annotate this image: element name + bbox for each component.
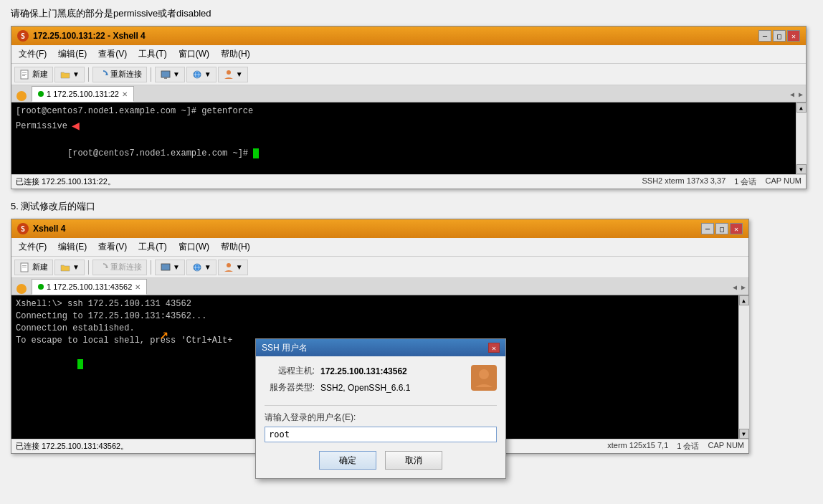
user-button[interactable]: ▼ [218, 67, 248, 82]
svg-point-20 [227, 263, 231, 267]
tab-1[interactable]: 1 172.25.100.131:22 ✕ [32, 86, 134, 102]
window2: S Xshell 4 ─ □ ✕ 文件(F) 编辑(E) 查看(V) 工具(T)… [11, 219, 749, 454]
folder-arrow: ▼ [72, 70, 80, 78]
w2-reconnect-button[interactable]: 重新连接 [92, 260, 147, 275]
reconnect-button[interactable]: 重新连接 [92, 67, 147, 82]
status-caps: CAP NUM [765, 176, 801, 187]
w2-status-caps: CAP NUM [708, 441, 744, 452]
username-input[interactable] [265, 427, 497, 442]
window1-menubar: 文件(F) 编辑(E) 查看(V) 工具(T) 窗口(W) 帮助(H) [11, 45, 806, 64]
w2-content-area: Xshell:\> ssh 172.25.100.131 43562 ↗ Con… [11, 295, 748, 439]
window1-statusbar: 已连接 172.25.100.131:22。 SSH2 xterm 137x3 … [11, 174, 806, 189]
w2-terminal-line-3: Connecting to 172.25.100.131:43562... [16, 310, 734, 323]
w2-terminal-line-4: Connection established. [16, 323, 734, 335]
terminal-line-2: Permissive ◀ [16, 118, 791, 135]
w2-terminal-scrollbar[interactable]: ▲ ▼ [738, 295, 748, 439]
window2-menubar: 文件(F) 编辑(E) 查看(V) 工具(T) 窗口(W) 帮助(H) [11, 238, 748, 257]
dialog-separator [265, 405, 497, 406]
terminal-scrollbar[interactable]: ▲ ▼ [796, 103, 806, 174]
red-arrow-icon: ◀ [72, 118, 80, 135]
window2-tabbar: 1 172.25.100.131:43562 ✕ ◀ ▶ [11, 278, 748, 295]
dialog-close-btn[interactable]: ✕ [488, 343, 500, 353]
svg-rect-5 [161, 71, 170, 77]
close-icon: ✕ [791, 32, 796, 40]
globe-button[interactable]: ▼ [186, 67, 217, 82]
w2-tab-close-btn[interactable]: ✕ [135, 283, 141, 291]
w2-xshell-icon: S [17, 223, 29, 234]
svg-rect-13 [22, 265, 27, 266]
menu-window[interactable]: 窗口(W) [174, 47, 214, 62]
restore-button[interactable]: □ [773, 30, 786, 42]
w2-menu-help[interactable]: 帮助(H) [217, 239, 254, 255]
window1-titlebar: S 172.25.100.131:22 - Xshell 4 ─ □ ✕ [11, 27, 806, 45]
w2-screen-icon [160, 262, 171, 272]
ok-button[interactable]: 确定 [319, 451, 376, 470]
terminal[interactable]: [root@centos7.node1.example.com ~]# gete… [11, 103, 796, 174]
server-type-value: SSH2, OpenSSH_6.6.1 [320, 383, 410, 393]
w2-terminal-cursor [77, 359, 83, 369]
window2-titlebar: S Xshell 4 ─ □ ✕ [11, 219, 748, 238]
screen-button[interactable]: ▼ [155, 67, 185, 82]
svg-rect-14 [22, 267, 27, 267]
w2-tab-dot [38, 284, 44, 290]
w2-menu-edit[interactable]: 编辑(E) [54, 239, 91, 255]
dialog-remote-host-row: 远程主机: 172.25.100.131:43562 [265, 365, 471, 377]
w2-globe-arrow: ▼ [204, 263, 211, 271]
w2-folder-icon [60, 262, 71, 272]
w2-sep2 [151, 260, 151, 275]
tab-label: 1 172.25.100.131:22 [47, 90, 119, 98]
w2-menu-window[interactable]: 窗口(W) [174, 239, 214, 255]
toolbar-sep2 [151, 67, 151, 82]
w2-menu-tools[interactable]: 工具(T) [134, 239, 171, 255]
close-button[interactable]: ✕ [787, 30, 800, 42]
scroll-down-btn[interactable]: ▼ [796, 164, 807, 174]
w2-reconnect-label: 重新连接 [110, 262, 142, 272]
menu-file[interactable]: 文件(F) [14, 47, 51, 62]
terminal-prompt-3: [root@centos7.node1.example.com ~]# [67, 148, 253, 158]
svg-point-22 [479, 369, 489, 379]
w2-new-button[interactable]: 新建 [14, 260, 53, 275]
dialog-content: 远程主机: 172.25.100.131:43562 服务器类型: SSH2, … [256, 356, 505, 478]
titlebar-left: S 172.25.100.131:22 - Xshell 4 [17, 30, 146, 42]
w2-new-label: 新建 [32, 262, 48, 272]
menu-help[interactable]: 帮助(H) [217, 47, 254, 62]
cancel-button[interactable]: 取消 [385, 451, 442, 470]
w2-globe-button[interactable]: ▼ [186, 260, 217, 275]
w2-minimize-btn[interactable]: ─ [701, 223, 714, 234]
menu-tools[interactable]: 工具(T) [134, 47, 171, 62]
w2-folder-button[interactable]: ▼ [54, 260, 85, 275]
w2-user-button[interactable]: ▼ [218, 260, 248, 275]
globe-icon [191, 70, 203, 80]
window1-tabbar: 1 172.25.100.131:22 ✕ ◀ ▶ [11, 85, 806, 103]
w2-tab-nav[interactable]: ◀ ▶ [730, 279, 748, 295]
w2-close-btn[interactable]: ✕ [730, 223, 743, 234]
w2-restore-btn[interactable]: □ [715, 223, 728, 234]
status-connection: 已连接 172.25.100.131:22。 [16, 176, 636, 187]
w2-menu-view[interactable]: 查看(V) [94, 239, 131, 255]
w2-scroll-down-btn[interactable]: ▼ [739, 429, 749, 439]
w2-scroll-up-btn[interactable]: ▲ [739, 295, 749, 305]
menu-edit[interactable]: 编辑(E) [54, 47, 91, 62]
status-sessions: 1 会话 [734, 176, 756, 187]
dialog-input-label: 请输入登录的用户名(E): [265, 412, 497, 424]
menu-view[interactable]: 查看(V) [94, 47, 131, 62]
new-button[interactable]: 新建 [14, 67, 53, 82]
reconnect-icon [97, 70, 109, 80]
section2-label: 5. 测试修改后的端口 [11, 200, 812, 213]
tab-nav[interactable]: ◀ ▶ [787, 86, 806, 102]
permissive-text: Permissive [16, 120, 67, 133]
tab-close-btn[interactable]: ✕ [122, 90, 128, 98]
remote-host-label: 远程主机: [265, 365, 315, 377]
window2-toolbar: 新建 ▼ 重新连接 ▼ [11, 257, 748, 278]
top-instruction: 请确保上门黑底的部分是permissive或者disabled [11, 7, 812, 20]
w2-menu-file[interactable]: 文件(F) [14, 239, 51, 255]
reconnect-label: 重新连接 [110, 69, 142, 80]
screen-arrow: ▼ [173, 70, 180, 78]
w2-screen-button[interactable]: ▼ [155, 260, 185, 275]
w2-new-icon [19, 262, 31, 272]
svg-rect-6 [164, 77, 167, 79]
scroll-up-btn[interactable]: ▲ [796, 103, 807, 113]
folder-button[interactable]: ▼ [54, 67, 85, 82]
minimize-button[interactable]: ─ [758, 30, 771, 42]
w2-tab-1[interactable]: 1 172.25.100.131:43562 ✕ [32, 279, 147, 295]
